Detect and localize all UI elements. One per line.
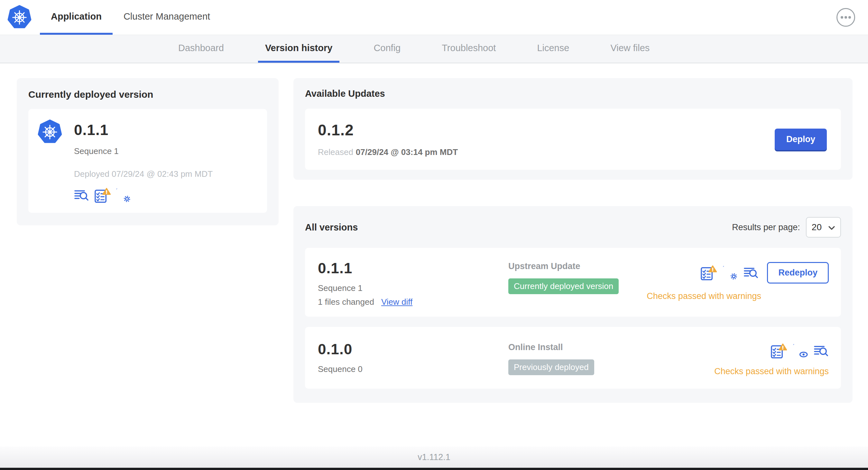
app-subnav: Dashboard Version history Config Trouble… <box>0 35 868 63</box>
update-released-line: Released07/29/24 @ 03:14 pm MDT <box>318 147 458 157</box>
subnav-tab-dashboard[interactable]: Dashboard <box>171 35 231 63</box>
row-version-number: 0.1.1 <box>318 260 508 277</box>
edit-config-icon[interactable] <box>722 266 738 280</box>
currently-deployed-card: 0.1.1 Sequence 1 Deployed 07/29/24 @ 02:… <box>28 109 267 213</box>
tab-cluster-management[interactable]: Cluster Management <box>113 0 221 35</box>
row-source-label: Upstream Update <box>508 261 647 271</box>
subnav-tab-license[interactable]: License <box>530 35 576 63</box>
release-notes-icon[interactable] <box>74 188 89 203</box>
subnav-tab-config[interactable]: Config <box>366 35 408 63</box>
release-notes-icon[interactable] <box>743 266 758 280</box>
all-versions-title: All versions <box>305 222 358 233</box>
main-content: Currently deployed version 0.1.1 Sequenc… <box>0 64 868 445</box>
console-version-label: v1.112.1 <box>417 452 451 462</box>
subnav-tab-view-files[interactable]: View files <box>603 35 657 63</box>
available-updates-panel: Available Updates 0.1.2 Released07/29/24… <box>293 78 852 180</box>
row-version-number: 0.1.0 <box>318 340 508 358</box>
deploy-button[interactable]: Deploy <box>775 129 827 150</box>
deployed-version-number: 0.1.1 <box>74 121 213 139</box>
checks-status-text: Checks passed with warnings <box>714 367 829 376</box>
subnav-tab-troubleshoot[interactable]: Troubleshoot <box>435 35 503 63</box>
kubernetes-app-icon <box>37 119 62 144</box>
row-sequence: Sequence 1 <box>318 283 508 293</box>
all-versions-panel: All versions Results per page: 20 <box>293 206 852 403</box>
subnav-tab-version-history[interactable]: Version history <box>258 35 340 63</box>
preflight-checks-warning-icon[interactable] <box>771 343 787 359</box>
chevron-down-icon <box>828 222 835 232</box>
results-per-page-select[interactable]: 20 <box>806 217 841 238</box>
update-version-number: 0.1.2 <box>318 121 458 139</box>
edit-config-icon[interactable] <box>116 188 131 203</box>
page-footer: v1.112.1 <box>0 446 868 468</box>
row-source-label: Online Install <box>508 342 714 352</box>
results-per-page-label: Results per page: <box>732 223 800 232</box>
available-updates-title: Available Updates <box>305 89 841 99</box>
currently-deployed-panel: Currently deployed version 0.1.1 Sequenc… <box>17 78 279 225</box>
status-badge-currently-deployed: Currently deployed version <box>508 278 619 294</box>
preflight-checks-warning-icon[interactable] <box>94 188 111 203</box>
view-diff-link[interactable]: View diff <box>381 297 412 307</box>
redeploy-button[interactable]: Redeploy <box>767 262 829 283</box>
ellipsis-icon <box>840 15 851 20</box>
app-header: Application Cluster Management <box>0 0 868 35</box>
tab-application[interactable]: Application <box>40 0 113 35</box>
currently-deployed-title: Currently deployed version <box>28 89 267 100</box>
version-row-0-1-0: 0.1.0 Sequence 0 Online Install Previous… <box>305 327 841 389</box>
release-notes-icon[interactable] <box>814 344 829 358</box>
status-badge-previously-deployed: Previously deployed <box>508 360 594 375</box>
files-changed-label: 1 files changed <box>318 297 374 307</box>
deployed-sequence: Sequence 1 <box>74 146 213 156</box>
checks-status-text: Checks passed with warnings <box>647 291 761 301</box>
kots-admin-console: Application Cluster Management Dashboard… <box>0 0 868 470</box>
app-tabs: Application Cluster Management <box>40 0 221 35</box>
view-config-icon[interactable] <box>793 344 808 358</box>
row-sequence: Sequence 0 <box>318 364 508 374</box>
deployed-timestamp: Deployed 07/29/24 @ 02:43 pm MDT <box>74 169 213 179</box>
available-update-card: 0.1.2 Released07/29/24 @ 03:14 pm MDT De… <box>305 109 841 170</box>
overflow-menu-button[interactable] <box>836 8 855 27</box>
version-row-0-1-1: 0.1.1 Sequence 1 1 files changed View di… <box>305 248 841 317</box>
kubernetes-logo-icon <box>7 5 32 30</box>
preflight-checks-warning-icon[interactable] <box>701 265 717 281</box>
window-bottom-edge <box>0 468 868 470</box>
